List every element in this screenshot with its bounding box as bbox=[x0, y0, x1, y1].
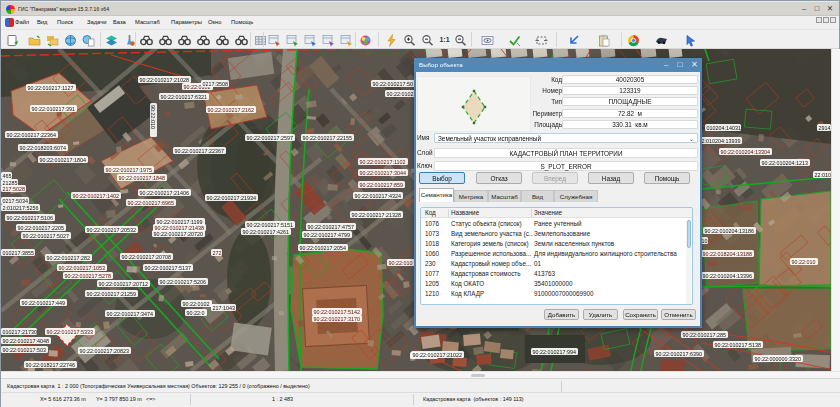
svg-text:90:22:018204:13188: 90:22:018204:13188 bbox=[703, 251, 752, 257]
svg-text:90:22:010217:22155: 90:22:010217:22155 bbox=[303, 135, 352, 141]
svg-text:90:22:010217:21022: 90:22:010217:21022 bbox=[413, 352, 462, 358]
svg-text:90:22:010217:449: 90:22:010217:449 bbox=[22, 300, 65, 306]
svg-text:90:22:010217:5206: 90:22:010217:5206 bbox=[160, 279, 206, 285]
svg-text:90:22:010217:1402: 90:22:010217:1402 bbox=[73, 193, 119, 199]
svg-text:217:1043: 217:1043 bbox=[213, 305, 235, 311]
svg-text:010217:3855: 010217:3855 bbox=[3, 250, 34, 256]
svg-text:90:22:010217:2597: 90:22:010217:2597 bbox=[247, 135, 293, 141]
svg-text:90:22:010217:5333: 90:22:010217:5333 bbox=[47, 329, 93, 335]
svg-text:90:22:010217:5278: 90:22:010217:5278 bbox=[65, 273, 111, 279]
svg-text:90:22:010217:20708: 90:22:010217:20708 bbox=[122, 254, 171, 260]
svg-text:90:22:010217:1127: 90:22:010217:1127 bbox=[28, 85, 74, 91]
svg-text:010217:21730: 010217:21730 bbox=[3, 329, 37, 335]
svg-text:90:22:010217:20823: 90:22:010217:20823 bbox=[80, 348, 129, 354]
svg-text:90:22:010217:391: 90:22:010217:391 bbox=[32, 106, 75, 112]
svg-text:90:22:010217:4799: 90:22:010217:4799 bbox=[304, 232, 350, 238]
svg-text:90:22:010217:4261: 90:22:010217:4261 bbox=[243, 229, 289, 235]
svg-text:2:010217:5256: 2:010217:5256 bbox=[3, 205, 39, 211]
svg-text:90:22:010217:3474: 90:22:010217:3474 bbox=[107, 311, 153, 317]
svg-text:90:22:010217:5027: 90:22:010217:5027 bbox=[23, 233, 69, 239]
svg-text:90:22:010217:1975: 90:22:010217:1975 bbox=[106, 167, 152, 173]
svg-text:90:22:010217:2054: 90:22:010217:2054 bbox=[300, 245, 346, 251]
svg-text:90:22:010217:282: 90:22:010217:282 bbox=[47, 255, 90, 261]
svg-text:90:22:010217:285: 90:22:010217:285 bbox=[683, 332, 726, 338]
svg-text:90:22:010217:22367: 90:22:010217:22367 bbox=[175, 148, 224, 154]
svg-text:90:22:010217:5138: 90:22:010217:5138 bbox=[715, 342, 761, 348]
svg-text:90:22:018203:6074: 90:22:018203:6074 bbox=[20, 145, 66, 151]
svg-text:90:22:010204:1213: 90:22:010204:1213 bbox=[762, 160, 808, 166]
svg-text:90:22:0102: 90:22:0102 bbox=[183, 301, 210, 307]
svg-text:272: 272 bbox=[213, 250, 222, 256]
svg-text:90:22:010217:1053: 90:22:010217:1053 bbox=[59, 265, 105, 271]
svg-text:90:22:018217:22746: 90:22:018217:22746 bbox=[26, 362, 75, 368]
svg-text:90:22:010217:20720: 90:22:010217:20720 bbox=[154, 231, 203, 237]
svg-text:22:010: 22:010 bbox=[815, 172, 832, 178]
svg-text:0217:5034: 0217:5034 bbox=[3, 198, 28, 204]
svg-text:90:22:010217:20712: 90:22:010217:20712 bbox=[99, 281, 148, 287]
svg-text:90:22:010217:6965: 90:22:010217:6965 bbox=[128, 200, 174, 206]
svg-text:90:22:010204:13304: 90:22:010204:13304 bbox=[721, 149, 770, 155]
svg-text:90:22:010217:21934: 90:22:010217:21934 bbox=[207, 195, 256, 201]
svg-text:90:22:010217:6390: 90:22:010217:6390 bbox=[656, 351, 702, 357]
svg-text:90:22:010217:1804: 90:22:010217:1804 bbox=[40, 157, 86, 163]
svg-text:90:22:010217:50: 90:22:010217:50 bbox=[373, 81, 413, 87]
svg-text:90:22:010217:2205: 90:22:010217:2205 bbox=[18, 225, 64, 231]
svg-text:90:22:010204:13186: 90:22:010204:13186 bbox=[705, 228, 754, 234]
svg-text:90:22:010217:21028: 90:22:010217:21028 bbox=[140, 77, 189, 83]
svg-text:22:010204:13939: 22:010204:13939 bbox=[699, 138, 741, 144]
svg-text:90:22:010217:21328: 90:22:010217:21328 bbox=[352, 212, 401, 218]
svg-text:90:22:0: 90:22:0 bbox=[187, 310, 205, 316]
svg-text:90:22:010217:5142: 90:22:010217:5142 bbox=[314, 309, 360, 315]
svg-text:90:22:010217:5151: 90:22:010217:5151 bbox=[247, 222, 293, 228]
svg-text:010204:14031: 010204:14031 bbox=[707, 125, 741, 131]
svg-text:90:22:010: 90:22:010 bbox=[792, 259, 816, 265]
svg-text:90:22:010217:1848: 90:22:010217:1848 bbox=[119, 175, 165, 181]
svg-text:90:22:010217:2162: 90:22:010217:2162 bbox=[208, 107, 254, 113]
svg-text:465: 465 bbox=[3, 173, 12, 179]
svg-text:90:22:010217:5106: 90:22:010217:5106 bbox=[7, 215, 53, 221]
svg-text:90:22:010217:859: 90:22:010217:859 bbox=[360, 182, 403, 188]
svg-text:217:5028: 217:5028 bbox=[3, 186, 25, 192]
svg-text:90:22:0102: 90:22:0102 bbox=[387, 91, 414, 97]
svg-text:90:22:010217:20532: 90:22:010217:20532 bbox=[87, 227, 136, 233]
svg-text:90:22:010217:22364: 90:22:010217:22364 bbox=[7, 132, 56, 138]
svg-text:90:22:000000:3320: 90:22:000000:3320 bbox=[755, 356, 801, 362]
svg-text:90:22:010217:4048: 90:22:010217:4048 bbox=[3, 338, 49, 344]
svg-text:90:22:010217:994: 90:22:010217:994 bbox=[533, 349, 576, 355]
svg-text:90:22:010: 90:22:010 bbox=[389, 260, 413, 266]
svg-text:90:22:010: 90:22:010 bbox=[150, 105, 156, 129]
svg-text:90:22:010217:3044: 90:22:010217:3044 bbox=[360, 170, 406, 176]
svg-text:90:22:010217:21259: 90:22:010217:21259 bbox=[87, 291, 136, 297]
svg-text:90:22:010217:6321: 90:22:010217:6321 bbox=[161, 94, 207, 100]
svg-text:90:22:010217:4757: 90:22:010217:4757 bbox=[308, 224, 354, 230]
svg-text:90:22:010217:4324: 90:22:010217:4324 bbox=[355, 193, 401, 199]
svg-text:2914: 2914 bbox=[819, 125, 831, 131]
svg-text:90:22:010204:13396: 90:22:010204:13396 bbox=[703, 273, 752, 279]
svg-text:0217:3508: 0217:3508 bbox=[203, 81, 228, 87]
svg-text:90:22:010217:1102: 90:22:010217:1102 bbox=[360, 159, 406, 165]
svg-text:90:22:010217:21406: 90:22:010217:21406 bbox=[140, 190, 189, 196]
svg-text:90:22:010217:503: 90:22:010217:503 bbox=[3, 347, 46, 353]
svg-text:90:22:010217:5137: 90:22:010217:5137 bbox=[145, 265, 191, 271]
svg-text:90:22:010217:3170: 90:22:010217:3170 bbox=[314, 316, 360, 322]
